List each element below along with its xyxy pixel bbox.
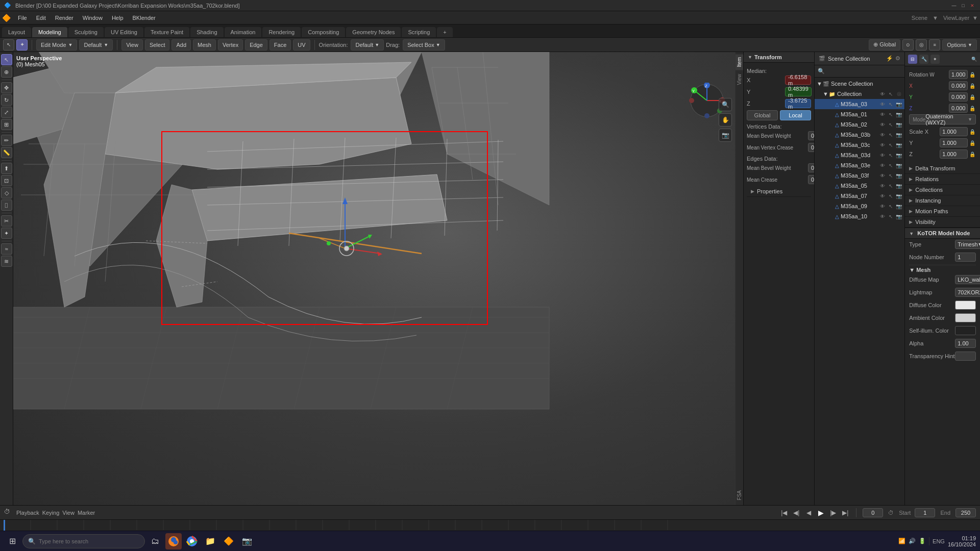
tool-polypen[interactable]: ✦ [1,228,12,239]
instancing-section[interactable]: ▶ Instancing [905,195,980,206]
outliner-filter-icon[interactable]: ⚡ [886,55,893,62]
tool-inset[interactable]: ⊡ [1,175,12,186]
outliner-search-input[interactable] [825,68,901,74]
outliner-settings-icon[interactable]: ⚙ [895,55,900,62]
menu-help[interactable]: Help [108,14,128,22]
taskbar-files[interactable]: 📁 [202,533,218,549]
playback-menu[interactable]: Playback [16,510,39,516]
snap-icon[interactable]: ⊙ [902,39,914,51]
global-toggle[interactable]: ⊕ Global [869,39,900,51]
menu-edit[interactable]: Edit [32,14,50,22]
global-btn[interactable]: Global [747,110,778,120]
props-icon-particles[interactable]: ✦ [930,55,940,64]
mesh-menu[interactable]: Mesh [193,39,216,51]
orientation-dropdown[interactable]: Default ▼ [351,39,384,51]
taskbar-chrome[interactable] [184,533,200,549]
tool-rotate[interactable]: ↻ [1,94,12,106]
taskbar-app4[interactable]: 🔶 [220,533,237,549]
jump-start-btn[interactable]: |◀ [779,508,789,517]
step-back-btn[interactable]: ◀| [792,508,801,517]
tab-view[interactable]: View [736,71,743,88]
delta-transform-section[interactable]: ▶ Delta Transform [905,163,980,174]
default-dropdown[interactable]: Default ▼ [79,39,113,51]
ws-tab-geometry[interactable]: Geometry Nodes [346,27,401,37]
rotation-x-value[interactable]: 0.000 [949,81,968,90]
transparency-hint-value[interactable] [955,352,976,361]
ws-tab-shading[interactable]: Shading [190,27,223,37]
item-vis-icon[interactable]: 👁 [879,101,886,108]
rotation-y-lock[interactable]: 🔒 [969,93,976,101]
outliner-item-m35aa01[interactable]: △ M35aa_01 👁↖📷 [815,109,904,119]
tab-item[interactable]: Item [736,54,743,70]
jump-end-btn[interactable]: ▶| [841,508,850,517]
volume-icon[interactable]: 🔊 [909,538,916,544]
edit-mode-dropdown[interactable]: Edit Mode ▼ [36,39,77,51]
lightmap-value[interactable]: 702KOR2c_lm0 [955,288,980,297]
kotor-node-number-value[interactable]: 1 [955,253,976,262]
mean-bevel-weight-e-value[interactable]: 0.00 [808,163,814,172]
close-btn[interactable]: ✕ [969,2,976,9]
transform-header[interactable]: ▼ Transform [744,52,814,63]
item02-vis-icon[interactable]: 👁 [879,121,886,128]
outliner-collection[interactable]: ▼ 📁 Collection 👁 ↖ ☉ [815,89,904,99]
taskbar-app5[interactable]: 📷 [239,533,255,549]
props-icon-object[interactable]: ⊟ [908,55,917,64]
motion-paths-section[interactable]: ▶ Motion Paths [905,206,980,217]
collection-vis-icon[interactable]: 👁 [879,90,886,97]
taskbar-blender[interactable] [165,533,182,549]
taskbar-file-explorer[interactable]: 🗂 [147,533,163,549]
menu-window[interactable]: Window [79,14,107,22]
local-btn[interactable]: Local [780,110,811,120]
minimize-btn[interactable]: — [950,2,958,9]
proportional-icon[interactable]: ◎ [916,39,927,51]
tab-fsa[interactable]: FSA [736,487,743,503]
outliner-item-m35aa07[interactable]: △ M35aa_07 👁↖📷 [815,191,904,201]
uv-menu[interactable]: UV [293,39,310,51]
tool-scale[interactable]: ⤢ [1,107,12,118]
drag-dropdown[interactable]: Select Box ▼ [403,39,445,51]
rotation-y-value[interactable]: 0.000 [949,92,968,102]
play-back-btn[interactable]: ◀ [804,508,813,517]
viewport[interactable]: User Perspective (0) Mesh05 X [13,52,735,505]
rotation-z-value[interactable]: 0.000 [949,104,968,113]
view-menu[interactable]: View [121,39,143,51]
mode-icon-cursor[interactable]: ↖ [3,39,14,51]
viewport-hand-icon[interactable]: ✋ [719,113,732,127]
item-render-icon[interactable]: 📷 [895,101,902,108]
add-menu[interactable]: Add [172,39,191,51]
start-frame-input[interactable]: 1 [915,508,935,517]
rotation-z-lock[interactable]: 🔒 [969,105,976,112]
outliner-item-m35aa03[interactable]: △ M35aa_03 👁 ↖ 📷 [815,99,904,109]
menu-bklender[interactable]: BKlender [129,14,160,22]
tool-move[interactable]: ✥ [1,82,12,93]
diffuse-color-field[interactable] [955,300,976,310]
edge-menu[interactable]: Edge [245,39,267,51]
ws-tab-uv[interactable]: UV Editing [105,27,143,37]
x-value[interactable]: -6.6158 m [785,76,811,85]
tool-measure[interactable]: 📏 [1,147,12,158]
scale-x-lock[interactable]: 🔒 [969,128,976,135]
ws-tab-add[interactable]: + [437,27,452,37]
ws-tab-rendering[interactable]: Rendering [262,27,301,37]
current-frame-input[interactable]: 0 [863,508,883,517]
outliner-item-m35aa05[interactable]: △ M35aa_05 👁↖📷 [815,181,904,191]
tool-knife[interactable]: ✂ [1,215,12,227]
view-menu-tl[interactable]: View [62,510,75,516]
taskbar-search-input[interactable] [39,538,139,544]
window-controls[interactable]: — □ ✕ [950,2,976,9]
kotor-header-row[interactable]: ▼ KoTOR Model Node [905,228,980,239]
rotation-mode-dropdown[interactable]: Mode Quaternion (WXYZ) ▼ [909,114,976,124]
relations-section[interactable]: ▶ Relations [905,174,980,185]
z-value[interactable]: -3.6725 m [785,99,811,108]
collection-sel-icon[interactable]: ↖ [887,90,894,97]
ambient-color-field[interactable] [955,313,976,322]
outliner-scene-collection[interactable]: ▼ 🎬 Scene Collection [815,79,904,89]
system-clock[interactable]: 01:19 16/10/2024 [948,535,976,547]
outliner-item-m35aa10[interactable]: △ M35aa_10 👁↖📷 [815,211,904,221]
ws-tab-modeling[interactable]: Modeling [32,27,67,37]
maximize-btn[interactable]: □ [960,2,967,9]
mean-crease-value[interactable]: 0.00 [808,175,814,184]
options-btn[interactable]: Options ▼ [942,39,977,51]
timeline-icon[interactable]: ⏱ [4,508,13,517]
keying-menu[interactable]: Keying [42,510,60,516]
